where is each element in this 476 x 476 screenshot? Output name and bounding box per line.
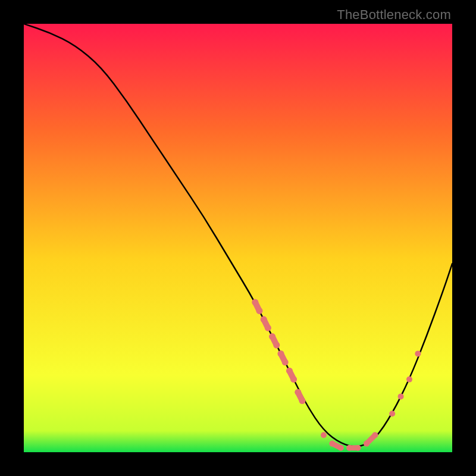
- data-marker: [389, 411, 395, 416]
- data-marker: [290, 376, 297, 383]
- watermark-text: TheBottleneck.com: [337, 7, 451, 23]
- data-marker: [355, 445, 361, 451]
- curve-layer: [24, 24, 452, 452]
- data-marker: [299, 397, 306, 404]
- data-marker: [256, 308, 263, 314]
- data-marker: [338, 445, 344, 451]
- data-marker: [273, 342, 280, 349]
- data-marker: [398, 393, 404, 399]
- chart-stage: TheBottleneck.com: [0, 0, 476, 476]
- data-marker: [372, 432, 378, 438]
- data-marker: [321, 432, 327, 438]
- data-marker: [415, 350, 421, 356]
- bottleneck-curve: [24, 24, 452, 446]
- data-marker: [265, 325, 271, 331]
- data-marker: [406, 377, 412, 383]
- data-marker: [282, 359, 289, 365]
- plot-area: [24, 24, 452, 452]
